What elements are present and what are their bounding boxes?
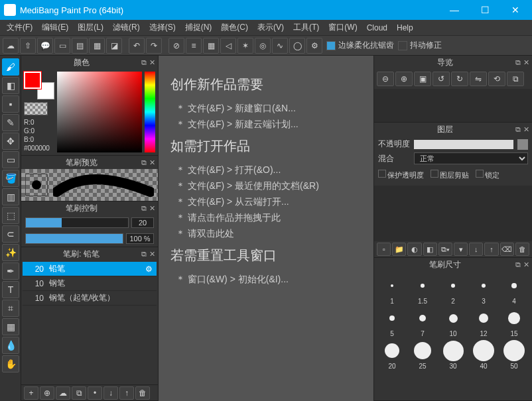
- brush-size-cell[interactable]: 1: [377, 275, 407, 305]
- flip-button[interactable]: ⇋: [470, 72, 487, 86]
- hue-slider[interactable]: [145, 72, 155, 152]
- menu-item[interactable]: 窗口(W): [324, 21, 361, 34]
- menu-item[interactable]: 滤镜(R): [109, 21, 144, 34]
- menu-item[interactable]: 图层(L): [74, 21, 107, 34]
- close-icon[interactable]: ✕: [523, 260, 529, 269]
- brush-density-value[interactable]: 100 %: [126, 233, 154, 244]
- menu-item[interactable]: Help: [393, 22, 417, 34]
- move-tool[interactable]: ✥: [2, 133, 19, 150]
- panel-tool[interactable]: ▦: [2, 318, 19, 335]
- close-icon[interactable]: ✕: [523, 58, 529, 67]
- rotate-left-button[interactable]: ↺: [432, 72, 450, 86]
- gradient-tool[interactable]: ▥: [2, 188, 19, 205]
- share-icon[interactable]: ⇧: [20, 38, 36, 54]
- rotate-right-button[interactable]: ↻: [451, 72, 468, 86]
- brush-tool[interactable]: 🖌: [2, 58, 19, 76]
- clipping-toggle[interactable]: 图层剪贴: [431, 170, 469, 180]
- material-icon[interactable]: ▤: [72, 38, 88, 54]
- menu-item[interactable]: 文件(F): [3, 21, 36, 34]
- detach-icon[interactable]: ⧉: [141, 58, 147, 67]
- brush-size-cell[interactable]: 12: [468, 308, 499, 337]
- menu-item[interactable]: 工具(T): [289, 21, 323, 34]
- dot-tool[interactable]: ▪: [2, 95, 19, 113]
- brush-size-cell[interactable]: 15: [499, 308, 529, 337]
- blend-mode-select[interactable]: 正常: [414, 152, 528, 164]
- delete-brush-button[interactable]: 🗑: [135, 386, 150, 400]
- brush-size-cell[interactable]: 5: [377, 308, 407, 337]
- stabilize-toggle[interactable]: 抖动修正: [398, 40, 442, 51]
- brush-item[interactable]: 10钢笔: [23, 276, 157, 291]
- reset-rotation-button[interactable]: ⟲: [488, 72, 505, 86]
- opacity-slider[interactable]: [414, 140, 513, 149]
- parallel-icon[interactable]: ≡: [186, 38, 202, 54]
- antialias-toggle[interactable]: 边缘柔化抗锯齿: [326, 40, 394, 51]
- hand-tool[interactable]: ✋: [2, 355, 19, 372]
- comment-icon[interactable]: 💬: [37, 38, 53, 54]
- half-layer-button[interactable]: ◐: [407, 243, 421, 256]
- transparent-swatch[interactable]: [24, 102, 48, 115]
- maximize-button[interactable]: ☐: [470, 0, 500, 20]
- detach-icon[interactable]: ⧉: [141, 158, 147, 167]
- menu-item[interactable]: 选择(S): [145, 21, 180, 34]
- brush-density-slider[interactable]: [25, 233, 123, 244]
- settings-icon[interactable]: ⚙: [306, 38, 322, 54]
- close-icon[interactable]: ✕: [149, 58, 155, 67]
- bucket-tool[interactable]: 🪣: [2, 170, 19, 187]
- detach-icon[interactable]: ⧉: [515, 125, 521, 134]
- add-group-button[interactable]: ⊕: [40, 386, 54, 400]
- brush-size-cell[interactable]: 1.5: [407, 275, 438, 305]
- pen-select-tool[interactable]: ✒: [2, 262, 19, 280]
- brush-size-cell[interactable]: 4: [499, 275, 529, 305]
- brush-size-cell[interactable]: 2: [438, 275, 468, 305]
- close-button[interactable]: ✕: [500, 0, 531, 20]
- vanishing-icon[interactable]: ◁: [220, 38, 236, 54]
- radial-icon[interactable]: ✶: [237, 38, 253, 54]
- cloud-icon[interactable]: ☁: [3, 38, 19, 54]
- dot-brush-button[interactable]: •: [88, 386, 102, 400]
- timelapse-icon[interactable]: ▭: [54, 38, 70, 54]
- close-icon[interactable]: ✕: [149, 250, 155, 258]
- canvas-area[interactable]: 创作新作品需要 ＊ 文件(&F) > 新建窗口(&N... ＊ 文件(&F) >…: [158, 56, 374, 401]
- menu-item[interactable]: 捕捉(N): [181, 21, 216, 34]
- color-swatch[interactable]: [24, 72, 54, 99]
- shape-tool[interactable]: ▭: [2, 151, 19, 168]
- move-down-button[interactable]: ↓: [103, 386, 118, 400]
- layer-down-button[interactable]: ↓: [469, 243, 483, 256]
- circle-icon[interactable]: ◎: [255, 38, 271, 54]
- brush-item[interactable]: 20铅笔⚙: [23, 262, 157, 276]
- menu-item[interactable]: Cloud: [363, 22, 391, 34]
- merge-button[interactable]: ▾: [454, 243, 468, 256]
- protect-alpha-toggle[interactable]: 保护透明度: [378, 170, 424, 180]
- close-icon[interactable]: ✕: [523, 125, 529, 134]
- fit-button[interactable]: ▣: [414, 72, 431, 86]
- zoom-out-button[interactable]: ⊖: [377, 72, 394, 86]
- minimize-button[interactable]: —: [439, 0, 470, 20]
- lasso-tool[interactable]: ⊂: [2, 225, 19, 243]
- snap-off-icon[interactable]: ⊘: [168, 38, 184, 54]
- select-tool[interactable]: ⬚: [2, 207, 19, 224]
- menu-item[interactable]: 颜色(C): [217, 21, 252, 34]
- brush-item[interactable]: 10钢笔（起笔/收笔）: [23, 291, 157, 306]
- new-folder-button[interactable]: 📁: [392, 243, 406, 256]
- brush-size-cell[interactable]: 7: [407, 308, 438, 337]
- lock-toggle[interactable]: 锁定: [476, 170, 499, 180]
- brush-size-cell[interactable]: 3: [468, 275, 499, 305]
- eyedropper-tool[interactable]: 💧: [2, 337, 19, 354]
- palette-icon[interactable]: ▦: [89, 38, 105, 54]
- ellipse-icon[interactable]: ◯: [289, 38, 305, 54]
- layer-list[interactable]: [374, 186, 532, 241]
- brush-size-cell[interactable]: 25: [407, 340, 438, 370]
- detach-icon[interactable]: ⧉: [141, 250, 147, 258]
- download-brush-button[interactable]: ☁: [56, 386, 70, 400]
- brush-size-cell[interactable]: 50: [499, 340, 529, 370]
- redo-button[interactable]: ↷: [146, 38, 162, 54]
- detach-icon[interactable]: ⧉: [515, 260, 521, 269]
- detach-icon[interactable]: ⧉: [141, 204, 147, 213]
- layer-up-button[interactable]: ↑: [484, 243, 498, 256]
- brush-size-value[interactable]: 20: [131, 217, 154, 228]
- menu-item[interactable]: 编辑(E): [38, 21, 72, 34]
- duplicate-brush-button[interactable]: ⧉: [72, 386, 86, 400]
- transform-tool[interactable]: ⌗: [2, 300, 19, 317]
- snap-icon[interactable]: ◪: [106, 38, 122, 54]
- new-layer-button[interactable]: ▫: [377, 243, 391, 256]
